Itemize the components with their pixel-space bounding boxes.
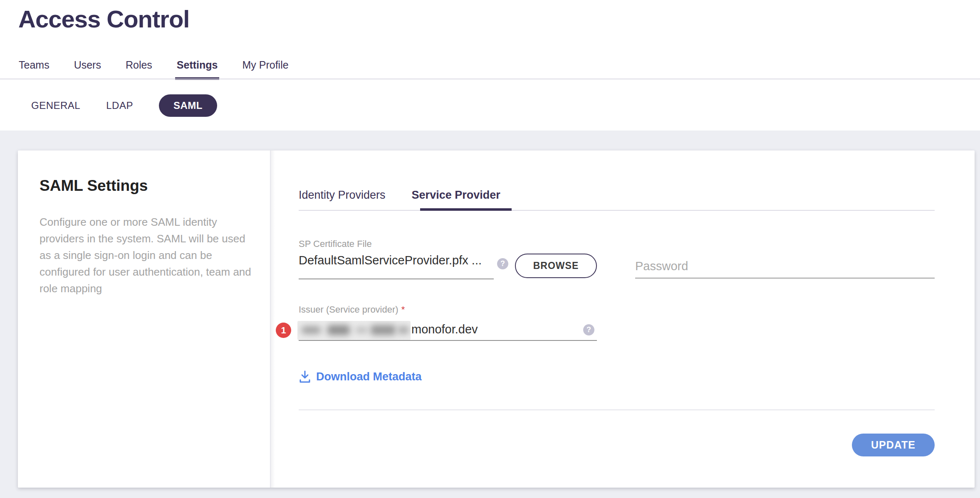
issuer-redacted-text xyxy=(297,321,411,340)
tab-settings[interactable]: Settings xyxy=(177,59,218,80)
form-bottom-divider xyxy=(299,409,935,410)
tab-teams[interactable]: Teams xyxy=(19,59,49,80)
issuer-input[interactable]: monofor.dev xyxy=(411,323,478,336)
required-asterisk: * xyxy=(401,304,405,315)
sp-certificate-label: SP Certificate File xyxy=(299,239,372,249)
annotation-badge-1: 1 xyxy=(276,323,291,338)
panel-description: Configure one or more SAML identity prov… xyxy=(40,214,252,297)
panel-title: SAML Settings xyxy=(40,177,148,195)
browse-button[interactable]: BROWSE xyxy=(515,254,597,278)
tab-users[interactable]: Users xyxy=(74,59,101,80)
redaction-blur xyxy=(398,326,409,334)
main-nav-tabs: Teams Users Roles Settings My Profile xyxy=(19,59,289,80)
sp-certificate-help-icon[interactable]: ? xyxy=(497,258,508,269)
issuer-label-text: Issuer (Service provider) xyxy=(299,304,398,315)
sp-certificate-file-field[interactable]: DefaultSamlServiceProvider.pfx ... xyxy=(299,254,494,267)
redaction-blur xyxy=(356,327,367,333)
password-input[interactable] xyxy=(635,254,935,279)
saml-active-tab-underline xyxy=(420,208,512,211)
tab-service-provider[interactable]: Service Provider xyxy=(412,189,500,202)
page-title: Access Control xyxy=(18,5,189,33)
tab-identity-providers[interactable]: Identity Providers xyxy=(299,189,386,202)
saml-tabs-divider xyxy=(299,210,935,211)
saml-tabs: Identity Providers Service Provider xyxy=(299,189,500,202)
sub-tab-general[interactable]: GENERAL xyxy=(31,100,80,111)
redaction-blur xyxy=(371,325,396,335)
settings-sub-tabs: GENERAL LDAP SAML xyxy=(31,94,217,117)
download-metadata-label: Download Metadata xyxy=(316,370,422,383)
issuer-underline xyxy=(299,340,597,341)
sub-tab-saml[interactable]: SAML xyxy=(159,94,217,117)
saml-settings-card: SAML Settings Configure one or more SAML… xyxy=(18,150,975,488)
access-control-page: Access Control Teams Users Roles Setting… xyxy=(0,0,980,498)
issuer-label: Issuer (Service provider)* xyxy=(299,304,405,315)
tab-my-profile[interactable]: My Profile xyxy=(242,59,288,80)
download-metadata-link[interactable]: Download Metadata xyxy=(299,370,422,383)
redaction-blur xyxy=(327,325,350,335)
update-button[interactable]: UPDATE xyxy=(852,434,935,456)
download-icon xyxy=(299,370,311,383)
nav-tabs-divider xyxy=(0,79,980,79)
card-vertical-divider xyxy=(270,150,271,488)
tab-roles[interactable]: Roles xyxy=(126,59,152,80)
sub-tab-ldap[interactable]: LDAP xyxy=(106,100,133,111)
sp-certificate-underline xyxy=(299,279,494,279)
issuer-help-icon[interactable]: ? xyxy=(583,324,594,335)
redaction-blur xyxy=(302,326,321,334)
